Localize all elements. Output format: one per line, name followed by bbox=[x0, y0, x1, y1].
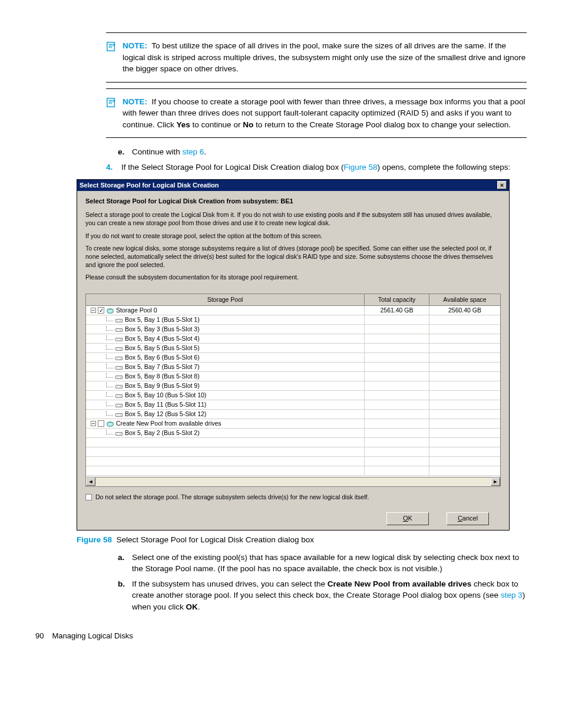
link-step6[interactable]: step 6 bbox=[183, 147, 204, 156]
note-block: NOTE: To best utilize the space of all d… bbox=[106, 32, 527, 83]
list-marker: 4. bbox=[106, 162, 115, 173]
note-icon bbox=[106, 41, 117, 52]
drive-icon bbox=[115, 336, 123, 342]
note-icon bbox=[106, 97, 117, 108]
drive-name: Box 5, Bay 6 (Bus 5-Slot 6) bbox=[125, 353, 200, 362]
drive-name: Box 5, Bay 10 (Bus 5-Slot 10) bbox=[125, 391, 206, 400]
figure-number: Figure 58 bbox=[77, 535, 112, 544]
drive-icon bbox=[115, 364, 123, 370]
svg-point-6 bbox=[121, 330, 122, 331]
drive-name: Box 5, Bay 3 (Bus 5-Slot 3) bbox=[125, 325, 200, 334]
table-row[interactable]: Box 5, Bay 11 (Bus 5-Slot 11) bbox=[86, 400, 500, 410]
col-header-capacity[interactable]: Total capacity bbox=[365, 294, 429, 305]
grid-header: Storage Pool Total capacity Available sp… bbox=[86, 294, 500, 306]
drive-icon bbox=[115, 345, 123, 351]
drive-icon bbox=[115, 317, 123, 323]
table-row[interactable]: Box 5, Bay 5 (Bus 5-Slot 5) bbox=[86, 344, 500, 353]
svg-point-24 bbox=[121, 414, 122, 416]
table-row[interactable]: Box 5, Bay 6 (Bus 5-Slot 6) bbox=[86, 353, 500, 363]
collapse-icon[interactable]: − bbox=[91, 421, 96, 426]
dialog-text: Select a storage pool to create the Logi… bbox=[85, 211, 501, 227]
note-label: NOTE: bbox=[123, 97, 147, 106]
drive-name: Box 5, Bay 2 (Bus 5-Slot 2) bbox=[125, 429, 200, 437]
link-step3[interactable]: step 3 bbox=[501, 591, 523, 599]
table-row[interactable]: Box 5, Bay 2 (Bus 5-Slot 2) bbox=[86, 429, 500, 438]
note-label: NOTE: bbox=[123, 41, 147, 50]
list-item-a: a. Select one of the existing pool(s) th… bbox=[118, 552, 527, 575]
dialog-text: Please consult the subsystem documentati… bbox=[85, 274, 501, 282]
svg-point-27 bbox=[121, 433, 122, 434]
drive-name: Box 5, Bay 11 (Bus 5-Slot 11) bbox=[125, 400, 206, 409]
table-row[interactable]: Box 5, Bay 4 (Bus 5-Slot 4) bbox=[86, 334, 500, 344]
horizontal-scrollbar[interactable]: ◄ ► bbox=[86, 477, 500, 486]
ok-button[interactable]: OK bbox=[386, 512, 429, 525]
table-row[interactable]: Box 5, Bay 1 (Bus 5-Slot 1) bbox=[86, 315, 500, 325]
drive-icon bbox=[115, 393, 123, 398]
checkbox[interactable]: ✓ bbox=[98, 307, 104, 314]
checkbox[interactable] bbox=[85, 494, 92, 500]
table-row[interactable]: Box 5, Bay 12 (Bus 5-Slot 12) bbox=[86, 410, 500, 419]
svg-point-8 bbox=[121, 339, 122, 340]
table-row[interactable]: −✓Storage Pool 02561.40 GB2560.40 GB bbox=[86, 306, 500, 315]
drive-icon bbox=[115, 402, 123, 408]
link-figure58[interactable]: Figure 58 bbox=[343, 163, 377, 172]
section-title: Managing Logical Disks bbox=[52, 631, 133, 640]
list-marker: e. bbox=[118, 146, 127, 158]
svg-rect-1 bbox=[107, 98, 115, 106]
table-row[interactable] bbox=[86, 447, 500, 457]
svg-point-12 bbox=[121, 358, 122, 359]
svg-point-22 bbox=[121, 405, 122, 406]
dialog-heading: Select Storage Pool for Logical Disk Cre… bbox=[85, 197, 501, 206]
table-row[interactable]: Box 5, Bay 10 (Bus 5-Slot 10) bbox=[86, 391, 500, 400]
table-row[interactable] bbox=[86, 457, 500, 466]
drive-name: Box 5, Bay 9 (Bus 5-Slot 9) bbox=[125, 381, 200, 390]
col-header-available[interactable]: Available space bbox=[429, 294, 500, 305]
scroll-right-button[interactable]: ► bbox=[491, 477, 500, 486]
drive-icon bbox=[115, 355, 123, 361]
list-marker: a. bbox=[118, 552, 127, 575]
drive-icon bbox=[115, 374, 123, 380]
table-row[interactable]: Box 5, Bay 7 (Bus 5-Slot 7) bbox=[86, 363, 500, 372]
svg-point-20 bbox=[121, 396, 122, 397]
drive-name: Box 5, Bay 8 (Bus 5-Slot 8) bbox=[125, 372, 200, 381]
drive-name: Box 5, Bay 4 (Bus 5-Slot 4) bbox=[125, 334, 200, 343]
note-text: NOTE: To best utilize the space of all d… bbox=[123, 40, 527, 75]
page-number: 90 bbox=[35, 631, 44, 640]
table-row[interactable]: Box 5, Bay 3 (Bus 5-Slot 3) bbox=[86, 325, 500, 334]
checkbox[interactable] bbox=[98, 420, 104, 427]
drive-name: Box 5, Bay 5 (Bus 5-Slot 5) bbox=[125, 344, 200, 353]
col-header-pool[interactable]: Storage Pool bbox=[86, 294, 365, 305]
drive-icon bbox=[115, 327, 123, 332]
list-item-4: 4. If the Select Storage Pool for Logica… bbox=[106, 162, 527, 173]
scroll-left-button[interactable]: ◄ bbox=[86, 477, 95, 486]
do-not-select-checkbox-row: Do not select the storage pool. The stor… bbox=[85, 493, 501, 502]
dialog-text: To create new logical disks, some storag… bbox=[85, 245, 501, 269]
table-row[interactable] bbox=[86, 466, 500, 476]
table-row[interactable]: −Create New Pool from available drives bbox=[86, 419, 500, 429]
cancel-button[interactable]: Cancel bbox=[447, 512, 489, 525]
svg-point-16 bbox=[121, 377, 122, 378]
close-button[interactable]: × bbox=[497, 181, 507, 189]
figure-caption: Figure 58 Select Storage Pool for Logica… bbox=[77, 534, 527, 546]
pool-name: Storage Pool 0 bbox=[116, 306, 157, 315]
svg-point-4 bbox=[121, 320, 122, 321]
drive-name: Box 5, Bay 1 (Bus 5-Slot 1) bbox=[125, 315, 200, 324]
dialog-titlebar: Select Storage Pool for Logical Disk Cre… bbox=[77, 180, 509, 192]
checkbox-label: Do not select the storage pool. The stor… bbox=[95, 493, 369, 502]
page-footer: 90Managing Logical Disks bbox=[35, 631, 527, 642]
table-row[interactable] bbox=[86, 438, 500, 447]
pool-icon bbox=[106, 308, 114, 314]
dialog-title: Select Storage Pool for Logical Disk Cre… bbox=[80, 181, 219, 190]
svg-point-10 bbox=[121, 348, 122, 350]
note-text: NOTE: If you choose to create a storage … bbox=[123, 96, 527, 131]
list-marker: b. bbox=[118, 578, 127, 613]
drive-icon bbox=[115, 383, 123, 389]
table-row[interactable]: Box 5, Bay 8 (Bus 5-Slot 8) bbox=[86, 372, 500, 381]
drive-name: Box 5, Bay 12 (Bus 5-Slot 12) bbox=[125, 410, 206, 419]
dialog-select-storage-pool: Select Storage Pool for Logical Disk Cre… bbox=[77, 179, 510, 531]
table-row[interactable]: Box 5, Bay 9 (Bus 5-Slot 9) bbox=[86, 381, 500, 391]
drive-name: Box 5, Bay 7 (Bus 5-Slot 7) bbox=[125, 363, 200, 371]
collapse-icon[interactable]: − bbox=[91, 308, 96, 313]
pool-name: Create New Pool from available drives bbox=[116, 419, 222, 428]
note-block: NOTE: If you choose to create a storage … bbox=[106, 88, 527, 139]
